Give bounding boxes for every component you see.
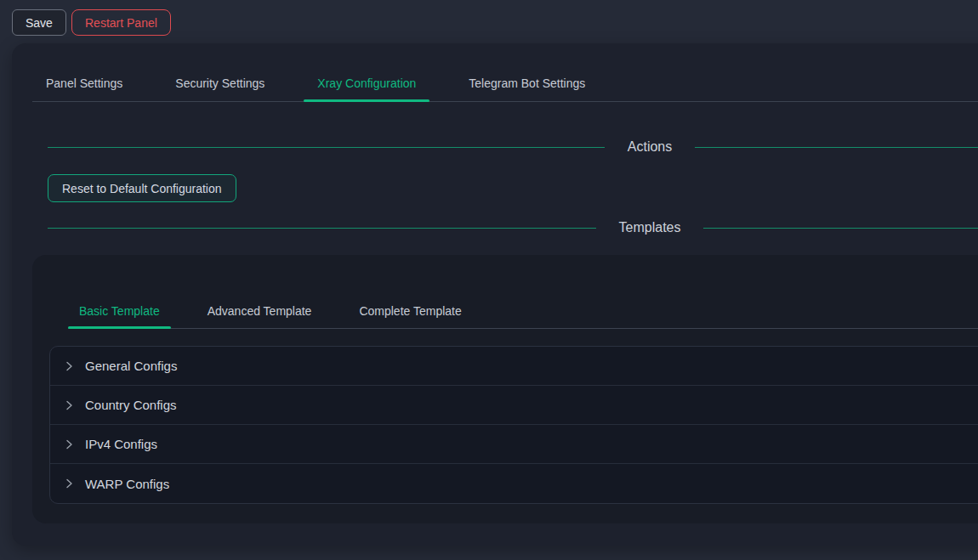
templates-divider-label: Templates	[619, 220, 681, 235]
tab-basic-template[interactable]: Basic Template	[68, 292, 171, 328]
restart-panel-button[interactable]: Restart Panel	[71, 9, 171, 36]
collapse-row-label: IPv4 Configs	[85, 437, 157, 451]
template-tabs: Basic Template Advanced Template Complet…	[68, 292, 978, 329]
actions-divider-label: Actions	[628, 139, 672, 155]
settings-card: Panel Settings Security Settings Xray Co…	[12, 43, 978, 546]
chevron-right-icon	[64, 478, 74, 489]
collapse-row-country-configs[interactable]: Country Configs	[50, 386, 978, 425]
templates-divider: Templates	[48, 218, 978, 238]
settings-tabs: Panel Settings Security Settings Xray Co…	[32, 65, 978, 102]
topbar: Save Restart Panel	[0, 0, 978, 43]
save-button[interactable]: Save	[12, 9, 66, 36]
tab-label: Complete Template	[359, 304, 461, 318]
config-collapse: General Configs Country Configs IPv4 Con…	[49, 346, 978, 504]
tab-label: Xray Configuration	[317, 76, 416, 90]
tab-label: Basic Template	[79, 304, 160, 318]
tab-label: Telegram Bot Settings	[469, 76, 585, 90]
chevron-right-icon	[64, 400, 74, 410]
collapse-row-general-configs[interactable]: General Configs	[50, 347, 978, 386]
chevron-right-icon	[64, 439, 74, 450]
collapse-row-ipv4-configs[interactable]: IPv4 Configs	[50, 425, 978, 464]
tab-panel-settings[interactable]: Panel Settings	[32, 65, 136, 101]
tab-telegram-bot-settings[interactable]: Telegram Bot Settings	[455, 65, 599, 101]
collapse-row-label: WARP Configs	[85, 477, 169, 491]
collapse-row-label: General Configs	[85, 359, 177, 373]
reset-to-default-button[interactable]: Reset to Default Configuration	[48, 174, 236, 202]
tab-security-settings[interactable]: Security Settings	[162, 65, 278, 101]
templates-card: Basic Template Advanced Template Complet…	[32, 255, 978, 523]
tab-label: Panel Settings	[46, 76, 122, 90]
chevron-right-icon	[64, 361, 74, 371]
tab-label: Advanced Template	[208, 304, 312, 318]
tab-advanced-template[interactable]: Advanced Template	[196, 292, 323, 328]
tab-xray-configuration[interactable]: Xray Configuration	[304, 65, 429, 101]
actions-divider: Actions	[48, 137, 978, 157]
tab-label: Security Settings	[175, 76, 264, 90]
tab-complete-template[interactable]: Complete Template	[348, 292, 472, 328]
collapse-row-warp-configs[interactable]: WARP Configs	[50, 464, 978, 503]
collapse-row-label: Country Configs	[85, 398, 177, 412]
